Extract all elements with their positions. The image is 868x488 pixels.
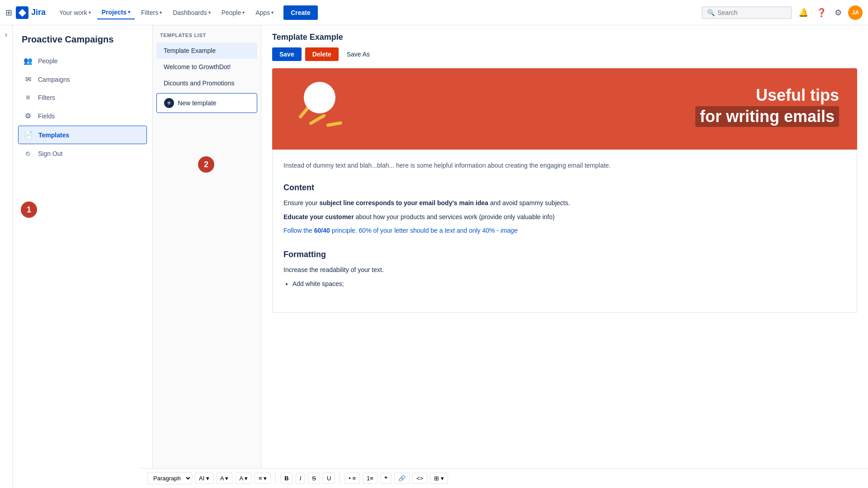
project-title: Proactive Campaigns (13, 25, 152, 52)
toolbar-divider-2 (340, 473, 340, 484)
logo[interactable]: Jira (16, 6, 46, 19)
filters-icon: ≡ (24, 94, 33, 102)
delete-button[interactable]: Delete (305, 47, 339, 61)
fields-icon: ⚙ (24, 112, 33, 120)
email-preview: Useful tips for writing emails Instead o… (261, 68, 868, 349)
main-layout: › Proactive Campaigns 👥 People ✉ Campaig… (0, 25, 868, 488)
new-template-button[interactable]: + New template (156, 93, 257, 113)
nav-filters[interactable]: Filters ▾ (137, 6, 166, 19)
email-banner: Useful tips for writing emails (272, 68, 857, 150)
templates-list-label: Templates List (153, 33, 261, 42)
code-button[interactable]: <> (412, 473, 427, 484)
signout-icon: ⎋ (24, 150, 33, 158)
underline-button[interactable]: U (323, 473, 335, 484)
chevron-down-icon: ▾ (128, 9, 130, 14)
save-as-button[interactable]: Save As (342, 47, 374, 61)
formatting-section-title: Formatting (283, 248, 846, 261)
bullet-list-button[interactable]: • ≡ (344, 473, 360, 484)
chevron-down-icon: ▾ (208, 10, 211, 15)
sidebar-item-templates[interactable]: 📄 Templates (18, 126, 147, 144)
strikethrough-button[interactable]: S (308, 473, 320, 484)
editor-toolbar: Paragraph AI ▾ A ▾ A ▾ ≡ ▾ B I S U • ≡ 1… (140, 468, 868, 488)
sidebar-item-fields[interactable]: ⚙ Fields (18, 107, 147, 125)
formatting-list: Add white spaces; (292, 279, 846, 289)
banner-sun-decoration (304, 82, 335, 113)
content-para-2: Educate your customer about how your pro… (283, 212, 846, 222)
jira-logo-icon (16, 6, 28, 19)
avatar[interactable]: JA (848, 5, 863, 20)
toolbar-divider-1 (275, 473, 276, 484)
template-toolbar: Save Delete Save As (272, 47, 857, 61)
topnav-right-section: 🔍 🔔 ❓ ⚙ JA (702, 5, 863, 20)
annotation-1: 1 (21, 202, 37, 218)
notifications-icon[interactable]: 🔔 (797, 6, 810, 19)
create-button[interactable]: Create (283, 5, 318, 20)
bold-button[interactable]: B (280, 473, 292, 484)
content-section-title: Content (283, 181, 846, 194)
annotation-2: 2 (198, 156, 214, 173)
banner-ray2 (326, 122, 342, 126)
nav-your-work[interactable]: Your work ▾ (55, 6, 95, 19)
nav-projects[interactable]: Projects ▾ (97, 6, 135, 19)
plus-icon: + (164, 98, 174, 108)
jira-logo-text: Jira (31, 8, 46, 17)
templates-icon: 📄 (24, 131, 33, 139)
email-section-formatting: Formatting Increase the readability of y… (283, 248, 846, 289)
email-intro-text: Instead of dummy text and blah...blah...… (283, 160, 846, 170)
font-size-button[interactable]: A ▾ (216, 473, 233, 484)
template-title: Template Example (272, 33, 857, 42)
chevron-down-icon: ▾ (271, 10, 274, 15)
template-item-discounts[interactable]: Dicounts and Promotions (156, 75, 257, 91)
email-body: Instead of dummy text and blah...blah...… (272, 150, 857, 313)
people-icon: 👥 (24, 56, 33, 65)
banner-line2: for writing emails (695, 106, 839, 127)
top-navigation: ⊞ Jira Your work ▾ Projects ▾ Filters ▾ … (0, 0, 868, 25)
sidebar-item-signout[interactable]: ⎋ Sign Out (18, 145, 147, 162)
content-header: Template Example Save Delete Save As (261, 25, 868, 61)
template-item-example[interactable]: Template Example (156, 42, 257, 59)
paragraph-select[interactable]: Paragraph (147, 472, 192, 484)
italic-button[interactable]: I (296, 473, 306, 484)
nav-apps[interactable]: Apps ▾ (251, 6, 278, 19)
search-icon: 🔍 (707, 9, 715, 16)
search-bar[interactable]: 🔍 (702, 6, 792, 19)
quote-button[interactable]: ❝ (380, 473, 392, 484)
align-button[interactable]: ≡ ▾ (255, 473, 271, 484)
sidebar-item-campaigns[interactable]: ✉ Campaigns (18, 70, 147, 88)
ordered-list-button[interactable]: 1≡ (363, 473, 377, 484)
sidebar-item-filters[interactable]: ≡ Filters (18, 89, 147, 106)
content-para-3: Follow the 60/40 principle. 60% of your … (283, 225, 846, 235)
text-color-button[interactable]: A ▾ (235, 473, 252, 484)
content-para-1: Ensure your subject line corresponds to … (283, 198, 846, 208)
grid-icon[interactable]: ⊞ (5, 8, 12, 18)
nav-people[interactable]: People ▾ (217, 6, 250, 19)
ai-button[interactable]: AI ▾ (195, 473, 213, 484)
list-item: Add white spaces; (292, 279, 846, 289)
banner-ray3 (297, 111, 311, 114)
email-section-content: Content Ensure your subject line corresp… (283, 181, 846, 235)
banner-rays-decoration (308, 118, 326, 123)
templates-list-panel: Templates List Template Example Welcome … (153, 25, 261, 488)
template-item-welcome[interactable]: Welcome to GrowthDot! (156, 59, 257, 75)
help-icon[interactable]: ❓ (815, 6, 828, 19)
left-sidebar: Proactive Campaigns 👥 People ✉ Campaigns… (13, 25, 153, 488)
chevron-down-icon: ▾ (160, 10, 162, 15)
formatting-intro: Increase the readability of your text. (283, 265, 846, 275)
sidebar-toggle[interactable]: › (0, 25, 13, 488)
content-area[interactable]: Template Example Save Delete Save As (261, 25, 868, 488)
campaigns-icon: ✉ (24, 75, 33, 84)
sidebar-item-people[interactable]: 👥 People (18, 52, 147, 70)
nav-dashboards[interactable]: Dashboards ▾ (168, 6, 215, 19)
link-button[interactable]: 🔗 (394, 473, 410, 484)
chevron-right-icon: › (5, 31, 7, 39)
search-input[interactable] (717, 9, 787, 16)
sidebar-menu: 👥 People ✉ Campaigns ≡ Filters ⚙ Fields … (13, 52, 152, 162)
table-button[interactable]: ⊞ ▾ (430, 473, 448, 484)
banner-text: Useful tips for writing emails (695, 86, 839, 127)
save-button[interactable]: Save (272, 47, 302, 61)
banner-line1: Useful tips (695, 86, 839, 104)
chevron-down-icon: ▾ (89, 10, 91, 15)
settings-icon[interactable]: ⚙ (833, 6, 844, 19)
nav-links: Your work ▾ Projects ▾ Filters ▾ Dashboa… (55, 5, 702, 20)
chevron-down-icon: ▾ (242, 10, 245, 15)
